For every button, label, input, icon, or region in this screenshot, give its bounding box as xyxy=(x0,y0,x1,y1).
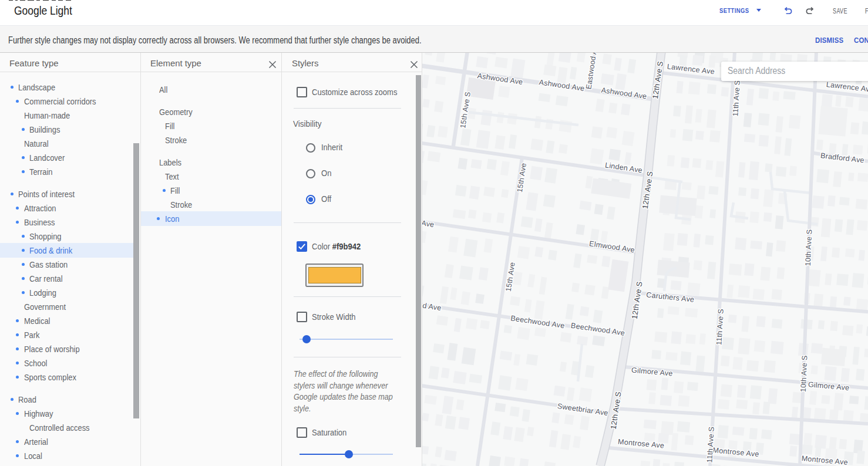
svg-text:10th Ave S: 10th Ave S xyxy=(804,229,814,266)
svg-text:10th Ave S: 10th Ave S xyxy=(799,355,809,392)
